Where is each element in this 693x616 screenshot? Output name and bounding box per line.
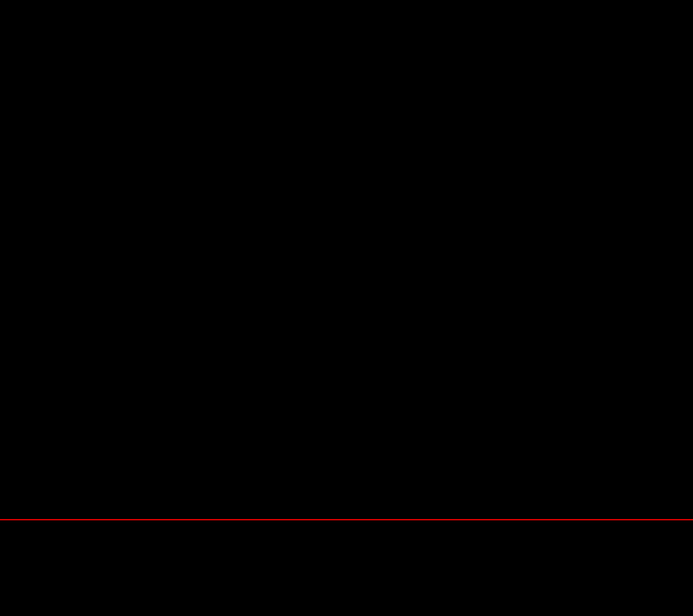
ticker-item-die[interactable] (0, 512, 10, 522)
indicator-signal-chart (0, 521, 693, 616)
main-kline-panel[interactable] (0, 0, 693, 520)
panel-divider (0, 519, 693, 520)
indicator-sub-panel[interactable] (0, 521, 693, 616)
kline-chart (0, 0, 693, 520)
stock-app-window (0, 0, 693, 616)
